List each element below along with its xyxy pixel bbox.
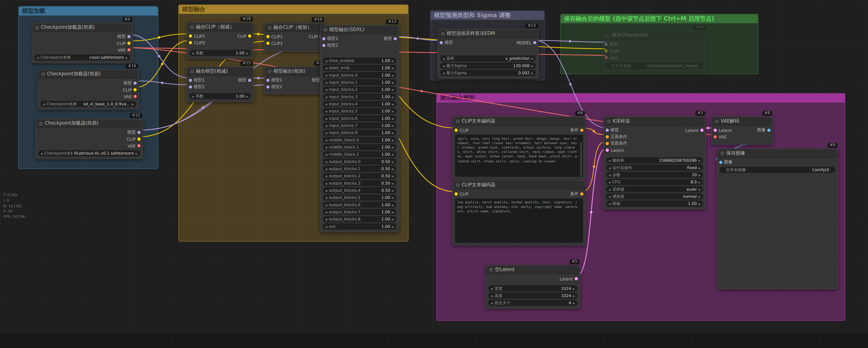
widget[interactable]: ◀output_blocks.61.00▶ — [323, 202, 396, 208]
increment-arrow[interactable]: ▶ — [392, 88, 394, 91]
node-title-bar[interactable]: VAE解码 — [712, 117, 772, 126]
output-port[interactable]: CLIP — [238, 33, 253, 39]
widget[interactable]: ◀output_blocks.51.00▶ — [323, 195, 396, 201]
collapse-dot[interactable] — [441, 32, 444, 35]
collapse-dot[interactable] — [268, 26, 271, 29]
node-save-checkpoint-24[interactable]: #24 保存Checkpoint 模型CLIPVAE ◀文件名前缀checkpo… — [602, 30, 706, 71]
node-model-merge-sdxl-13[interactable]: #13 模型融合(SDXL) 模型1模型2 模型 ◀time_embed.1.0… — [320, 25, 399, 232]
widget[interactable]: ◀input_blocks.21.00▶ — [323, 86, 396, 92]
increment-arrow[interactable]: ▶ — [699, 173, 701, 176]
node-clip-encode-negative[interactable]: CLIP文本编码器 CLIP 条件 low quality, worst qua… — [452, 180, 586, 245]
textarea-scrollbar[interactable] — [580, 142, 582, 176]
output-port[interactable]: 条件 — [570, 127, 585, 134]
node-title-bar[interactable]: Checkpoint加载器(简易) — [36, 119, 142, 128]
decrement-arrow[interactable]: ◀ — [325, 145, 327, 149]
input-port[interactable]: CLIP2 — [187, 39, 205, 46]
widget[interactable]: ◀output_blocks.20.50▶ — [323, 173, 396, 179]
node-title-bar[interactable]: 融合模型(相减) — [187, 67, 253, 76]
widget[interactable]: ◀最大Sigma120.000▶ — [440, 63, 536, 69]
widget[interactable]: ◀input_blocks.61.00▶ — [323, 115, 396, 121]
node-ksampler-3[interactable]: #3 K采样器 模型正面条件负面条件Latent Latent ◀随机种1566… — [603, 116, 706, 209]
increment-arrow[interactable]: ▶ — [699, 202, 701, 205]
input-port[interactable]: CLIP — [603, 48, 618, 54]
widget[interactable]: ◀input_blocks.31.00▶ — [323, 93, 396, 99]
decrement-arrow[interactable]: ◀ — [191, 94, 194, 98]
output-port[interactable]: VAE — [127, 142, 142, 149]
increment-arrow[interactable]: ▶ — [132, 102, 134, 106]
input-port[interactable]: 模型 — [438, 39, 453, 46]
port-dot[interactable] — [133, 81, 137, 85]
widget[interactable]: ◀output_blocks.00.50▶ — [323, 158, 396, 165]
increment-arrow[interactable]: ▶ — [392, 174, 394, 178]
port-dot[interactable] — [127, 48, 131, 52]
increment-arrow[interactable]: ▶ — [573, 301, 575, 304]
collapse-dot[interactable] — [268, 70, 271, 73]
increment-arrow[interactable]: ▶ — [135, 151, 138, 155]
increment-arrow[interactable]: ▶ — [392, 145, 394, 149]
port-dot[interactable] — [604, 42, 608, 46]
port-dot[interactable] — [719, 161, 722, 164]
output-port[interactable]: 模型 — [117, 33, 132, 40]
widget[interactable]: ◀调度器normal▶ — [606, 194, 703, 200]
decrement-arrow[interactable]: ◀ — [325, 138, 327, 142]
prompt-textarea[interactable]: 1girl, solo, very long hair, green hair,… — [455, 135, 583, 177]
decrement-arrow[interactable]: ◀ — [325, 95, 327, 98]
widget[interactable]: ◀CFG8.0▶ — [606, 179, 703, 185]
increment-arrow[interactable]: ▶ — [246, 94, 249, 98]
increment-arrow[interactable]: ▶ — [126, 56, 128, 59]
decrement-arrow[interactable]: ◀ — [325, 110, 327, 113]
port-dot[interactable] — [266, 41, 270, 45]
decrement-arrow[interactable]: ◀ — [325, 117, 327, 120]
port-dot[interactable] — [714, 135, 717, 139]
node-title-bar[interactable]: 模型融合(SDXL) — [320, 26, 398, 34]
input-port[interactable]: VAE — [603, 54, 618, 61]
output-port[interactable]: 模型 — [123, 80, 138, 86]
decrement-arrow[interactable]: ◀ — [191, 51, 194, 55]
widget[interactable]: ◀系数1.00▶ — [189, 93, 251, 99]
output-port[interactable]: 模型 — [238, 77, 253, 84]
increment-arrow[interactable]: ▶ — [392, 124, 394, 127]
widget[interactable]: ◀最小Sigma0.002▶ — [440, 70, 536, 76]
decrement-arrow[interactable]: ◀ — [442, 57, 445, 60]
widget[interactable]: ◀系数1.00▶ — [189, 50, 251, 56]
increment-arrow[interactable]: ▶ — [392, 210, 394, 213]
decrement-arrow[interactable]: ◀ — [40, 151, 43, 155]
input-port[interactable]: CLIP — [453, 127, 468, 134]
collapse-dot[interactable] — [35, 26, 39, 29]
input-port[interactable]: CLIP2 — [265, 40, 283, 47]
port-dot[interactable] — [189, 34, 192, 38]
widget[interactable]: ◀label_emb.1.00▶ — [323, 65, 396, 71]
widget[interactable]: ◀input_blocks.11.00▶ — [323, 79, 396, 85]
increment-arrow[interactable]: ▶ — [392, 181, 394, 185]
widget[interactable]: ◀文件名前缀ComfyUI▶ — [720, 167, 835, 173]
node-title-bar[interactable]: 空Latent — [486, 265, 580, 274]
increment-arrow[interactable]: ▶ — [392, 160, 394, 163]
increment-arrow[interactable]: ▶ — [392, 153, 394, 156]
input-port[interactable]: Latent — [604, 147, 627, 153]
increment-arrow[interactable]: ▶ — [392, 188, 394, 192]
port-dot[interactable] — [266, 85, 270, 89]
increment-arrow[interactable]: ▶ — [392, 196, 394, 199]
input-port[interactable]: 模型1 — [265, 77, 282, 84]
port-dot[interactable] — [394, 37, 397, 40]
widget[interactable]: ◀output_blocks.71.00▶ — [323, 209, 396, 215]
node-vae-decode-8[interactable]: #8 VAE解码 LatentVAE 图像 — [711, 116, 773, 145]
port-dot[interactable] — [266, 79, 270, 82]
input-port[interactable]: CLIP — [453, 191, 468, 197]
decrement-arrow[interactable]: ◀ — [325, 74, 327, 77]
decrement-arrow[interactable]: ◀ — [608, 166, 611, 169]
widget[interactable]: ◀宽度1024▶ — [488, 285, 577, 291]
decrement-arrow[interactable]: ◀ — [325, 124, 327, 127]
widget[interactable]: ◀input_blocks.01.00▶ — [323, 72, 396, 78]
decrement-arrow[interactable]: ◀ — [325, 153, 327, 156]
output-port[interactable]: 模型 — [384, 35, 399, 42]
widget[interactable]: ◀步数20▶ — [606, 172, 703, 178]
input-port[interactable]: 模型2 — [265, 84, 282, 90]
collapse-dot[interactable] — [39, 122, 43, 125]
input-port[interactable]: 模型2 — [187, 84, 205, 90]
node-title-bar[interactable]: 模型连续采样算法EDM — [438, 29, 538, 38]
increment-arrow[interactable]: ▶ — [531, 64, 533, 67]
node-title-bar[interactable]: K采样器 — [604, 117, 705, 126]
input-port[interactable]: VAE — [712, 134, 732, 140]
port-dot[interactable] — [455, 128, 458, 132]
